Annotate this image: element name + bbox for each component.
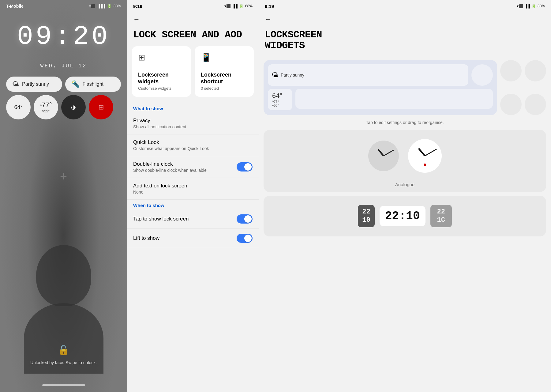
quick-look-item-left: Quick Look Customise what appears on Qui…: [133, 139, 209, 151]
quick-look-item[interactable]: Quick Look Customise what appears on Qui…: [127, 134, 259, 156]
lockscreen-widgets: 🌤 Partly sunny 🔦 Flashlight 64° ^77° v55…: [6, 77, 121, 119]
widgets-back-button[interactable]: ←: [259, 12, 551, 26]
battery-icon: 🔋: [107, 4, 112, 8]
settings-status-icons: ▾⬛ ▐▐ 🔋 88%: [224, 4, 253, 8]
flashlight-label: Flashlight: [83, 81, 103, 87]
temp-range-widget[interactable]: ^77° v55°: [34, 95, 58, 119]
widget-empty-circle-1[interactable]: [471, 64, 493, 86]
swipe-bar: [42, 384, 85, 386]
qr-circle-widget[interactable]: ⊞: [89, 95, 113, 119]
back-button[interactable]: ←: [127, 12, 259, 26]
widget-side-circle-3[interactable]: [500, 94, 522, 115]
lockscreen-shortcut-card[interactable]: 📱 Lockscreen shortcut 0 selected: [195, 46, 254, 97]
clock-preview-section[interactable]: Analogue: [264, 130, 546, 192]
widget-side-row-2: [500, 94, 546, 115]
clock-minute-hand-large: [425, 149, 437, 156]
settings-title: LOCK SCREEN AND AOD: [127, 26, 259, 46]
tap-to-show-toggle[interactable]: [237, 214, 253, 224]
contrast-circle-widget[interactable]: ◑: [61, 95, 86, 119]
widget-main-area[interactable]: 🌤 Partly sunny 64° ^77° v55°: [264, 60, 497, 115]
double-clock-title: Double-line clock: [133, 161, 207, 167]
widgets-card-subtitle: Customise widgets: [138, 86, 185, 91]
temp-high: ^77°: [40, 101, 52, 109]
lockscreen-date: WED, JUL 12: [0, 63, 127, 69]
back-arrow-icon: ←: [133, 15, 140, 23]
clock-preview-inner: [264, 130, 546, 182]
partly-sunny-widget[interactable]: 🌤 Partly sunny: [6, 77, 62, 92]
status-icons: ▾⬛ ▐▐▐ 🔋 88%: [89, 4, 121, 8]
temp-circle-widget[interactable]: 64°: [6, 95, 31, 119]
widget-empty-box[interactable]: [295, 89, 493, 109]
shortcut-icon: 📱: [201, 52, 248, 62]
contrast-icon: ◑: [71, 104, 76, 111]
widgets-title: LOCKSCREENWIDGETS: [259, 26, 551, 57]
carrier-label: T-Mobile: [6, 4, 24, 9]
battery-icon-3: 🔋: [531, 4, 536, 8]
weather-widget-box[interactable]: 🌤 Partly sunny: [268, 64, 468, 86]
clock-style-label: Analogue: [264, 182, 546, 192]
privacy-item[interactable]: Privacy Show all notification content: [127, 113, 259, 134]
weather-widget-text: Partly sunny: [281, 73, 304, 77]
widget-edit-grid: 🌤 Partly sunny 64° ^77° v55°: [259, 57, 551, 120]
clock-hour-hand-small: [377, 149, 384, 156]
tap-to-show-item[interactable]: Tap to show lock screen: [127, 209, 259, 229]
lift-to-show-toggle[interactable]: [237, 234, 253, 243]
lift-to-show-left: Lift to show: [133, 235, 159, 241]
signal-icon-2: ▐▐: [232, 4, 238, 8]
battery-pct: 88%: [114, 4, 121, 8]
silhouette-head: [36, 245, 91, 306]
privacy-subtitle: Show all notification content: [133, 124, 186, 129]
unlock-text: Unlocked by face. Swipe to unlock.: [0, 360, 127, 365]
wifi-icon-3: ▾⬛: [517, 4, 523, 8]
qr-icon: ⊞: [98, 103, 104, 111]
widget-temp-range: ^77° v55°: [272, 100, 288, 107]
lockscreen-settings-panel: 9:19 ▾⬛ ▐▐ 🔋 88% ← LOCK SCREEN AND AOD ⊞…: [127, 0, 259, 392]
weather-widget-icon: 🌤: [272, 71, 278, 79]
digital-clock-main: 22:10: [380, 206, 425, 226]
widget-row-1: 🌤 Partly sunny 🔦 Flashlight: [6, 77, 121, 92]
widget-side-circle-2[interactable]: [525, 60, 546, 81]
widgets-card-title: Lockscreen widgets: [138, 72, 185, 85]
digital-preview-section[interactable]: 22 10 22:10 22 1C: [264, 196, 546, 236]
digit-left-bottom: 10: [362, 216, 370, 224]
tap-to-show-title: Tap to show lock screen: [133, 216, 189, 222]
widget-side-circle-1[interactable]: [500, 60, 522, 81]
widgets-time: 9:19: [265, 4, 274, 9]
wifi-icon-2: ▾⬛: [224, 4, 231, 8]
weather-icon: 🌤: [12, 80, 19, 88]
double-clock-subtitle: Show double-line clock when available: [133, 168, 207, 173]
battery-icon-2: 🔋: [239, 4, 244, 8]
lift-to-show-title: Lift to show: [133, 235, 159, 241]
lift-to-show-item[interactable]: Lift to show: [127, 229, 259, 248]
unlock-icon: 🔓: [58, 345, 69, 355]
battery-pct-3: 88%: [538, 4, 545, 8]
weather-label: Partly sunny: [22, 81, 49, 87]
lockscreen-widgets-card[interactable]: ⊞ Lockscreen widgets Customise widgets: [132, 46, 191, 97]
cross-mark: +: [60, 170, 67, 183]
when-to-show-header: When to show: [127, 200, 259, 209]
double-line-clock-item[interactable]: Double-line clock Show double-line clock…: [127, 156, 259, 178]
double-clock-toggle[interactable]: [237, 162, 253, 172]
signal-icon: ▐▐▐: [97, 4, 105, 8]
widget-temp-big: 64°: [272, 92, 288, 100]
lockscreen-widgets-panel: 9:19 ▾⬛ ▐▐ 🔋 88% ← LOCKSCREENWIDGETS 🌤 P…: [259, 0, 551, 392]
wifi-icon: ▾⬛: [89, 4, 96, 8]
temp-low: v55°: [42, 109, 50, 113]
signal-icon-3: ▐▐: [525, 4, 530, 8]
shortcut-card-subtitle: 0 selected: [201, 86, 248, 91]
flashlight-widget[interactable]: 🔦 Flashlight: [65, 77, 121, 92]
double-line-clock-left: Double-line clock Show double-line clock…: [133, 161, 207, 173]
widget-row-2: 64° ^77° v55° ◑ ⊞: [6, 95, 121, 119]
lockscreen-time: 09:20: [0, 21, 127, 52]
settings-status-bar: 9:19 ▾⬛ ▐▐ 🔋 88%: [127, 0, 259, 12]
clock-minute-hand-small: [383, 150, 394, 156]
add-text-item[interactable]: Add text on lock screen None: [127, 178, 259, 200]
widgets-status-bar: 9:19 ▾⬛ ▐▐ 🔋 88%: [259, 0, 551, 12]
widgets-back-arrow-icon: ←: [265, 15, 272, 23]
widget-temp-box[interactable]: 64° ^77° v55°: [268, 89, 292, 110]
widget-side-circle-4[interactable]: [525, 94, 546, 115]
settings-time: 9:19: [133, 4, 142, 9]
digit-right-bottom: 1C: [435, 216, 448, 224]
widget-row2: 64° ^77° v55°: [268, 89, 493, 110]
add-text-left: Add text on lock screen None: [133, 183, 187, 194]
